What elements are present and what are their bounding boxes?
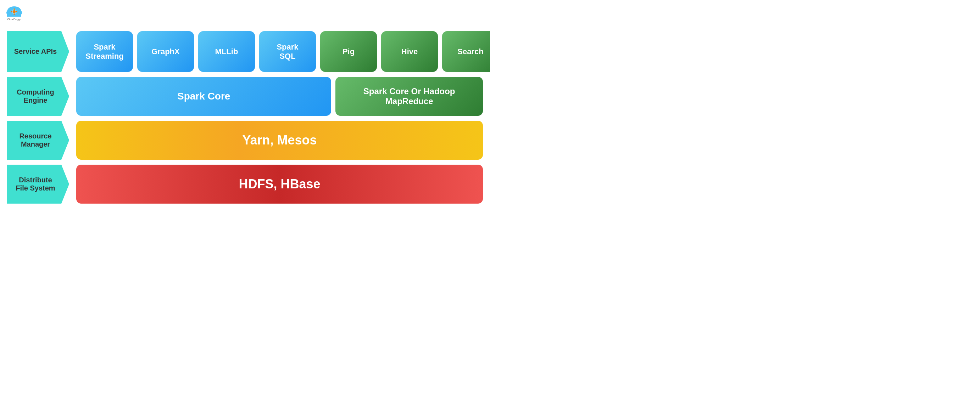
computing-engine-content: Spark Core Spark Core Or Hadoop MapReduc… [76, 77, 483, 116]
service-apis-label: Service APIs [7, 31, 69, 72]
distribute-fs-content: HDFS, HBase [76, 165, 483, 204]
pig-box: Pig [320, 31, 377, 72]
svg-rect-6 [14, 8, 15, 10]
spark-core-box: Spark Core [76, 77, 331, 116]
spark-streaming-box: Spark Streaming [76, 31, 133, 72]
svg-rect-9 [16, 11, 18, 13]
svg-text:CloudDuggu: CloudDuggu [8, 18, 21, 21]
logo-icon: CloudDuggu [3, 3, 25, 25]
resource-manager-content: Yarn, Mesos [76, 121, 483, 160]
hdfs-hbase-box: HDFS, HBase [76, 165, 483, 204]
svg-point-5 [13, 10, 16, 13]
resource-manager-row: Resource Manager Yarn, Mesos [7, 121, 483, 160]
computing-engine-label: Computing Engine [7, 77, 69, 116]
service-apis-content: Spark Streaming GraphX MLLib Spark SQL P… [76, 31, 490, 72]
svg-rect-8 [11, 11, 13, 13]
resource-manager-label: Resource Manager [7, 121, 69, 160]
hive-box: Hive [381, 31, 438, 72]
diagram: Service APIs Spark Streaming GraphX MLLi… [3, 31, 487, 204]
graphx-box: GraphX [137, 31, 194, 72]
yarn-mesos-box: Yarn, Mesos [76, 121, 483, 160]
distribute-fs-row: Distribute File System HDFS, HBase [7, 165, 483, 204]
service-apis-row: Service APIs Spark Streaming GraphX MLLi… [7, 31, 483, 72]
search-box: Search [442, 31, 490, 72]
mllib-box: MLLib [198, 31, 255, 72]
distribute-fs-label: Distribute File System [7, 165, 69, 204]
svg-rect-7 [14, 13, 15, 15]
logo-area: CloudDuggu [3, 3, 487, 25]
spark-sql-box: Spark SQL [259, 31, 316, 72]
computing-engine-row: Computing Engine Spark Core Spark Core O… [7, 77, 483, 116]
hadoop-mapreduce-box: Spark Core Or Hadoop MapReduce [336, 77, 483, 116]
